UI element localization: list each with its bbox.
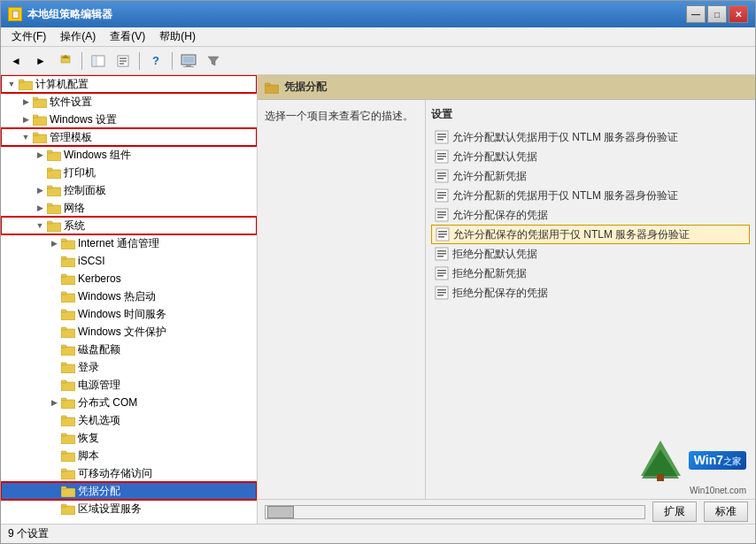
title-bar-left: 📋 本地组策略编辑器 — [8, 7, 112, 22]
tree-item-printer[interactable]: 打印机 — [1, 164, 257, 181]
folder-icon-regional-settings — [61, 502, 75, 515]
tree-item-power-manage[interactable]: 电源管理 — [1, 376, 257, 394]
tree-item-internet-comm[interactable]: ▶ Internet 通信管理 — [1, 234, 257, 252]
help-btn[interactable]: ? — [144, 50, 167, 72]
main-window: 📋 本地组策略编辑器 — □ ✕ 文件(F) 操作(A) 查看(V) 帮助(H)… — [0, 0, 756, 544]
settings-item-1[interactable]: 允许分配默认凭据用于仅 NTLM 服务器身份验证 — [431, 127, 750, 147]
expand-button[interactable]: 扩展 — [652, 502, 697, 522]
svg-rect-96 — [437, 275, 444, 277]
menu-view[interactable]: 查看(V) — [103, 27, 152, 46]
expander-windows-components[interactable]: ▶ — [33, 148, 47, 162]
maximize-button[interactable]: □ — [707, 5, 727, 23]
tree-panel[interactable]: ▼ 计算机配置 ▶ 软件设置 ▶ Windows 设置 — [1, 75, 258, 524]
tree-item-windows-time[interactable]: Windows 时间服务 — [1, 305, 257, 323]
settings-item-4[interactable]: 允许分配新的凭据用于仅 NTLM 服务器身份验证 — [431, 186, 750, 205]
tree-item-windows-components[interactable]: ▶ Windows 组件 — [1, 146, 257, 164]
tree-item-windows-settings[interactable]: ▶ Windows 设置 — [1, 111, 257, 128]
settings-item-label-5: 允许分配保存的凭据 — [452, 208, 548, 223]
svg-rect-41 — [61, 329, 75, 338]
tree-item-shutdown-options[interactable]: 关机选项 — [1, 411, 257, 429]
svg-rect-15 — [33, 99, 47, 108]
tree-label-printer: 打印机 — [64, 164, 96, 181]
settings-item-7[interactable]: 拒绝分配默认凭据 — [431, 244, 750, 264]
show-hide-btn[interactable] — [87, 50, 110, 72]
tree-item-regional-settings[interactable]: 区域设置服务 — [1, 500, 257, 517]
tree-label-windows-hotstart: Windows 热启动 — [78, 287, 156, 305]
tree-item-system[interactable]: ▼ 系统 — [1, 217, 257, 234]
settings-item-6[interactable]: 允许分配保存的凭据用于仅 NTLM 服务器身份验证 — [431, 225, 750, 244]
svg-rect-52 — [61, 416, 66, 418]
folder-icon-kerberos — [61, 272, 75, 285]
tree-label-power-manage: 电源管理 — [78, 376, 120, 394]
tree-item-script[interactable]: 脚本 — [1, 447, 257, 464]
settings-item-2[interactable]: 允许分配默认凭据 — [431, 147, 750, 166]
menu-file[interactable]: 文件(F) — [4, 27, 53, 46]
tree-item-login[interactable]: 登录 — [1, 358, 257, 376]
expander-computer-config[interactable]: ▼ — [4, 77, 19, 91]
tree-item-iscsi[interactable]: iSCSI — [1, 252, 257, 270]
folder-icon-windows-fileprotect — [61, 326, 75, 338]
expander-software-settings[interactable]: ▶ — [19, 95, 33, 109]
tree-item-disk-quota[interactable]: 磁盘配额 — [1, 341, 257, 358]
tree-item-windows-fileprotect[interactable]: Windows 文件保护 — [1, 323, 257, 341]
expander-system[interactable]: ▼ — [33, 218, 47, 233]
settings-item-icon-6 — [436, 227, 450, 241]
horizontal-scrollbar[interactable] — [265, 505, 645, 519]
svg-rect-74 — [437, 172, 446, 174]
expander-internet-comm[interactable]: ▶ — [47, 236, 61, 250]
svg-rect-17 — [33, 117, 47, 126]
settings-item-8[interactable]: 拒绝分配新凭据 — [431, 264, 750, 283]
tree-label-recovery: 恢复 — [78, 429, 99, 447]
svg-rect-23 — [47, 170, 61, 179]
menu-action[interactable]: 操作(A) — [53, 27, 103, 46]
tree-item-windows-hotstart[interactable]: Windows 热启动 — [1, 287, 257, 305]
svg-rect-78 — [437, 192, 446, 194]
up-button[interactable] — [54, 50, 77, 72]
folder-icon-windows-components — [47, 149, 61, 161]
tree-label-internet-comm: Internet 通信管理 — [78, 234, 159, 252]
svg-rect-33 — [61, 258, 75, 267]
export-btn[interactable] — [112, 50, 135, 72]
tree-item-distributed-com[interactable]: ▶ 分布式 COM — [1, 394, 257, 411]
tree-item-removable-access[interactable]: 可移动存储访问 — [1, 464, 257, 482]
settings-item-3[interactable]: 允许分配新凭据 — [431, 166, 750, 186]
forward-button[interactable]: ► — [29, 50, 52, 72]
minimize-button[interactable]: — — [686, 5, 706, 23]
tree-item-control-panel[interactable]: ▶ 控制面板 — [1, 181, 257, 199]
back-button[interactable]: ◄ — [4, 50, 27, 72]
menu-help[interactable]: 帮助(H) — [152, 27, 203, 46]
svg-rect-16 — [33, 97, 38, 100]
svg-rect-11 — [183, 66, 194, 67]
svg-rect-99 — [437, 292, 446, 294]
status-bar: 9 个设置 — [1, 524, 755, 543]
settings-item-label-9: 拒绝分配保存的凭据 — [452, 286, 548, 301]
svg-rect-82 — [437, 211, 446, 213]
tree-item-recovery[interactable]: 恢复 — [1, 429, 257, 447]
svg-rect-91 — [437, 253, 446, 255]
standard-button[interactable]: 标准 — [704, 502, 748, 522]
tree-label-computer-config: 计算机配置 — [35, 75, 89, 93]
expander-admin-templates[interactable]: ▼ — [19, 130, 33, 144]
bottom-bar: 扩展 标准 — [258, 499, 755, 524]
expander-distributed-com[interactable]: ▶ — [47, 395, 61, 410]
expander-network[interactable]: ▶ — [33, 201, 47, 215]
tree-item-credential-delegate[interactable]: 凭据分配 — [1, 482, 257, 500]
svg-rect-40 — [61, 310, 66, 312]
svg-marker-12 — [208, 57, 219, 65]
filter-btn[interactable] — [202, 50, 225, 72]
tree-item-computer-config[interactable]: ▼ 计算机配置 — [1, 75, 257, 93]
tree-item-kerberos[interactable]: Kerberos — [1, 270, 257, 287]
svg-rect-61 — [61, 506, 75, 515]
expander-control-panel[interactable]: ▶ — [33, 183, 47, 197]
tree-item-network[interactable]: ▶ 网络 — [1, 199, 257, 217]
tree-item-admin-templates[interactable]: ▼ 管理模板 — [1, 128, 257, 146]
folder-icon-internet-comm — [61, 237, 75, 249]
expander-windows-settings[interactable]: ▶ — [19, 112, 33, 126]
computer-btn[interactable] — [177, 50, 200, 72]
settings-item-5[interactable]: 允许分配保存的凭据 — [431, 205, 750, 225]
right-panel-title: 凭据分配 — [284, 80, 327, 95]
tree-item-software-settings[interactable]: ▶ 软件设置 — [1, 93, 257, 111]
close-button[interactable]: ✕ — [729, 5, 748, 23]
svg-rect-19 — [33, 134, 47, 143]
settings-item-9[interactable]: 拒绝分配保存的凭据 — [431, 283, 750, 303]
